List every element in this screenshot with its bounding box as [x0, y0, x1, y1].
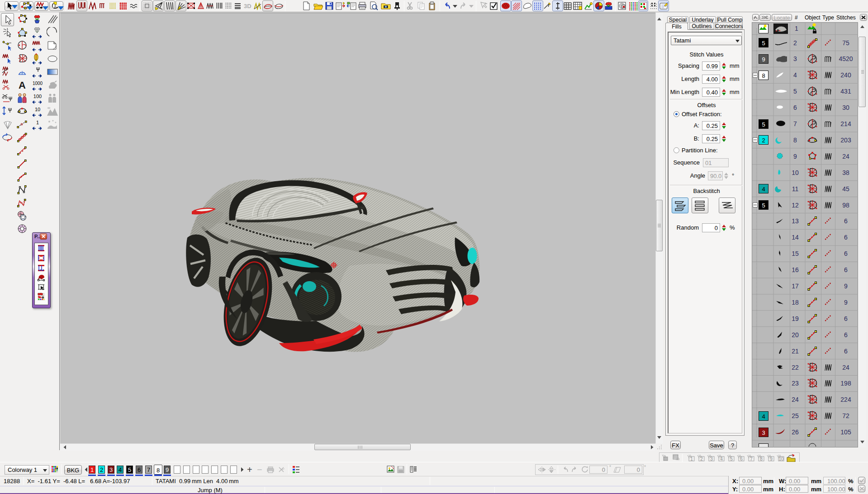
svg-text:6: 6 [740, 456, 743, 461]
svg-text:1: 1 [36, 120, 39, 125]
svg-text:1: 1 [690, 456, 693, 461]
svg-text:2: 2 [700, 456, 703, 461]
svg-text:4: 4 [720, 456, 723, 461]
svg-text:10: 10 [35, 107, 40, 112]
svg-text:3: 3 [710, 456, 713, 461]
svg-text:A: A [19, 80, 26, 91]
svg-text:7: 7 [750, 456, 753, 461]
svg-text:100: 100 [33, 94, 42, 99]
svg-text:8: 8 [760, 456, 763, 461]
svg-text:5: 5 [730, 456, 733, 461]
svg-text:1000: 1000 [33, 81, 43, 86]
svg-text:10: 10 [778, 456, 784, 461]
svg-text:9: 9 [770, 456, 773, 461]
